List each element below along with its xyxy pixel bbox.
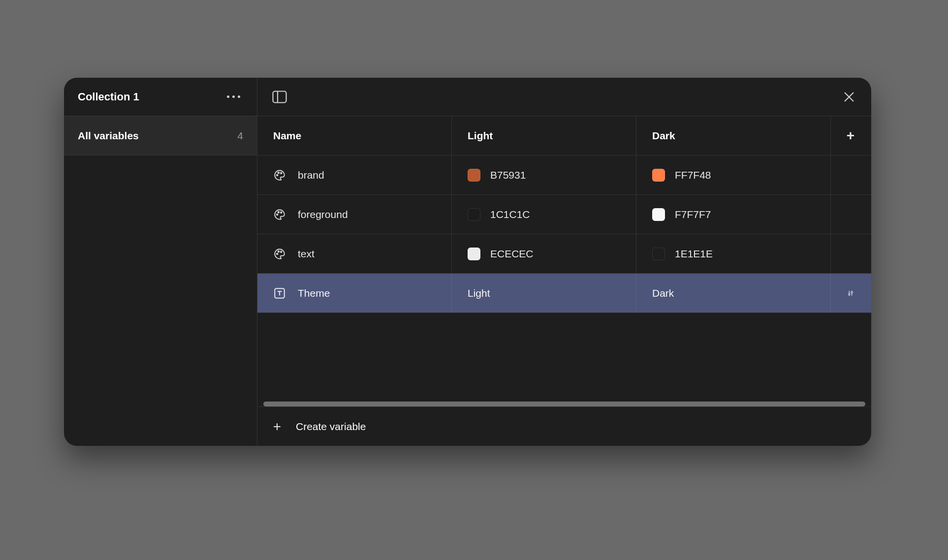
color-swatch [468, 208, 480, 221]
scrollbar-thumb[interactable] [263, 402, 865, 406]
more-menu-button[interactable] [224, 93, 243, 101]
sidebar-item-all-variables[interactable]: All variables 4 [64, 116, 257, 156]
svg-point-17 [851, 291, 853, 293]
variables-table: Name Light Dark + [257, 116, 871, 446]
variable-value-cell[interactable]: 1E1E1E [636, 234, 831, 273]
color-swatch [468, 248, 480, 260]
palette-icon [273, 169, 286, 182]
plus-icon: + [847, 129, 854, 143]
table-body: brand B75931 FF7F48 [257, 156, 871, 400]
plus-icon: + [271, 420, 283, 434]
column-header-name[interactable]: Name [257, 116, 452, 155]
variable-value-cell[interactable]: ECECEC [452, 234, 636, 273]
variable-name-cell[interactable]: brand [257, 156, 452, 194]
column-header-mode-1[interactable]: Light [452, 116, 636, 155]
svg-point-8 [278, 211, 280, 213]
create-variable-button[interactable]: + Create variable [257, 406, 871, 446]
variable-value: F7F7F7 [675, 209, 711, 220]
more-icon [238, 95, 240, 98]
color-swatch [652, 169, 665, 182]
variable-name: foreground [298, 209, 348, 220]
color-swatch [468, 169, 480, 182]
svg-point-11 [278, 250, 280, 252]
sidebar-item-label: All variables [78, 130, 139, 142]
row-settings-button[interactable] [831, 274, 870, 312]
variable-value-cell[interactable]: F7F7F7 [636, 195, 831, 234]
column-header-mode-2[interactable]: Dark [636, 116, 831, 155]
variable-value: FF7F48 [675, 169, 711, 181]
variable-name-cell[interactable]: text [257, 234, 452, 273]
more-icon [232, 95, 235, 98]
svg-point-9 [281, 212, 282, 213]
variable-name: text [298, 248, 315, 260]
close-icon [843, 91, 855, 103]
sliders-icon [847, 287, 854, 300]
svg-point-15 [849, 293, 850, 295]
variable-name: Theme [298, 287, 330, 299]
variable-value-cell[interactable]: Light [452, 274, 636, 312]
variable-value-cell[interactable]: B75931 [452, 156, 636, 194]
variable-value: Light [468, 287, 490, 299]
sidebar-toggle-icon [272, 91, 287, 103]
variable-value: 1E1E1E [675, 248, 713, 260]
text-type-icon [273, 287, 286, 300]
more-icon [227, 95, 229, 98]
svg-point-5 [278, 172, 280, 173]
panel-toggle-button[interactable] [271, 89, 288, 105]
svg-point-7 [277, 214, 278, 215]
table-row[interactable]: brand B75931 FF7F48 [257, 156, 871, 195]
horizontal-scrollbar[interactable] [263, 402, 865, 406]
sidebar-item-count: 4 [237, 130, 243, 142]
palette-icon [273, 208, 286, 221]
table-row[interactable]: Theme Light Dark [257, 274, 871, 313]
variable-name-cell[interactable]: foreground [257, 195, 452, 234]
variable-value: ECECEC [490, 248, 534, 260]
sidebar: Collection 1 All variables 4 [64, 78, 257, 446]
variable-value-cell[interactable]: 1C1C1C [452, 195, 636, 234]
collection-title[interactable]: Collection 1 [78, 91, 139, 103]
row-actions-cell [831, 234, 870, 273]
main-header [257, 78, 871, 116]
svg-point-6 [281, 172, 282, 174]
sidebar-header: Collection 1 [64, 78, 257, 116]
variable-value: B75931 [490, 169, 526, 181]
svg-point-10 [277, 253, 278, 254]
variable-value-cell[interactable]: FF7F48 [636, 156, 831, 194]
variable-value: 1C1C1C [490, 209, 530, 220]
row-actions-cell [831, 195, 870, 234]
svg-point-12 [281, 251, 282, 252]
variable-name-cell[interactable]: Theme [257, 274, 452, 312]
svg-rect-0 [273, 91, 286, 102]
table-head: Name Light Dark + [257, 116, 871, 156]
add-mode-button[interactable]: + [831, 116, 870, 155]
variable-value: Dark [652, 287, 674, 299]
color-swatch [652, 248, 665, 260]
color-swatch [652, 208, 665, 221]
close-button[interactable] [841, 89, 857, 105]
table-row[interactable]: foreground 1C1C1C F7F7F7 [257, 195, 871, 234]
variables-window: Collection 1 All variables 4 [64, 78, 871, 446]
svg-point-4 [277, 174, 278, 176]
palette-icon [273, 248, 286, 260]
row-actions-cell [831, 156, 870, 194]
table-row[interactable]: text ECECEC 1E1E1E [257, 234, 871, 274]
main-panel: Name Light Dark + [257, 78, 871, 446]
create-variable-label: Create variable [296, 421, 366, 433]
variable-value-cell[interactable]: Dark [636, 274, 831, 312]
variable-name: brand [298, 169, 324, 181]
